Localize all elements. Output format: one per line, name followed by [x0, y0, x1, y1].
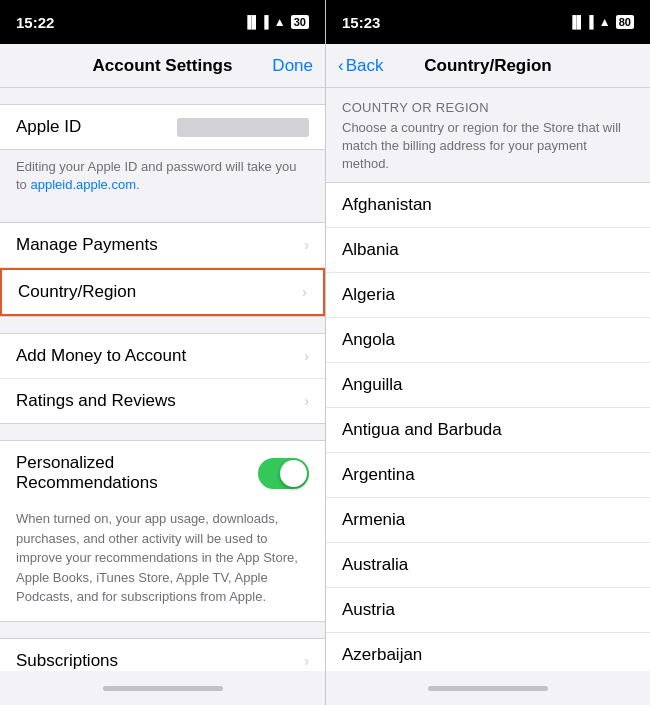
manage-payments-row[interactable]: Manage Payments › [0, 223, 325, 268]
country-item[interactable]: Albania [326, 228, 650, 273]
subscriptions-label: Subscriptions [16, 651, 118, 671]
apple-id-label: Apple ID [16, 117, 81, 137]
left-nav-bar: Account Settings Done [0, 44, 325, 88]
country-region-chevron: › [302, 284, 307, 300]
left-home-indicator [0, 671, 325, 705]
right-signal-icon: ▐▌▐ [568, 15, 594, 29]
apple-id-row[interactable]: Apple ID user@example.com [0, 105, 325, 149]
back-button[interactable]: ‹ Back [338, 56, 383, 76]
left-panel: 15:22 ▐▌▐ ▲ 30 Account Settings Done App… [0, 0, 325, 705]
add-money-row[interactable]: Add Money to Account › [0, 334, 325, 379]
country-region-label: Country/Region [18, 282, 136, 302]
country-header-desc: Choose a country or region for the Store… [342, 119, 634, 174]
country-item[interactable]: Anguilla [326, 363, 650, 408]
back-arrow-icon: ‹ [338, 56, 344, 76]
personalized-section: Personalized Recommendations When turned… [0, 440, 325, 622]
done-button[interactable]: Done [272, 56, 313, 76]
apple-id-value: user@example.com [177, 118, 309, 137]
ratings-reviews-label: Ratings and Reviews [16, 391, 176, 411]
country-item[interactable]: Antigua and Barbuda [326, 408, 650, 453]
left-status-bar: 15:22 ▐▌▐ ▲ 30 [0, 0, 325, 44]
right-battery-icon: 80 [616, 15, 634, 29]
toggle-knob [280, 460, 307, 487]
left-status-icons: ▐▌▐ ▲ 30 [243, 15, 309, 29]
country-item[interactable]: Afghanistan [326, 183, 650, 228]
wifi-icon: ▲ [274, 15, 286, 29]
country-item[interactable]: Austria [326, 588, 650, 633]
personalized-row: Personalized Recommendations [0, 441, 325, 505]
country-item[interactable]: Algeria [326, 273, 650, 318]
home-bar [103, 686, 223, 691]
chevron-icon-3: › [304, 348, 309, 364]
apple-id-info: Editing your Apple ID and password will … [0, 150, 325, 206]
country-region-row[interactable]: Country/Region › [0, 268, 325, 316]
left-nav-title: Account Settings [93, 56, 233, 76]
chevron-icon-4: › [304, 393, 309, 409]
right-time: 15:23 [342, 14, 380, 31]
country-item[interactable]: Azerbaijan [326, 633, 650, 671]
country-item[interactable]: Australia [326, 543, 650, 588]
right-wifi-icon: ▲ [599, 15, 611, 29]
add-money-chevron: › [304, 348, 309, 364]
personalized-label: Personalized Recommendations [16, 453, 258, 493]
chevron-icon: › [304, 237, 309, 253]
money-ratings-section: Add Money to Account › Ratings and Revie… [0, 333, 325, 424]
country-item[interactable]: Argentina [326, 453, 650, 498]
personalized-toggle[interactable] [258, 458, 309, 489]
chevron-icon-2: › [302, 284, 307, 300]
country-list: AfghanistanAlbaniaAlgeriaAngolaAnguillaA… [326, 182, 650, 671]
right-home-bar [428, 686, 548, 691]
chevron-icon-5: › [304, 653, 309, 669]
subscriptions-chevron: › [304, 653, 309, 669]
left-scroll-content: Apple ID user@example.com Editing your A… [0, 88, 325, 671]
payments-section: Manage Payments › Country/Region › [0, 222, 325, 317]
country-header-label: COUNTRY OR REGION [342, 100, 634, 115]
right-nav-title: Country/Region [424, 56, 552, 76]
country-item[interactable]: Armenia [326, 498, 650, 543]
personalized-desc: When turned on, your app usage, download… [0, 505, 325, 621]
right-status-bar: 15:23 ▐▌▐ ▲ 80 [326, 0, 650, 44]
subscriptions-section: Subscriptions › [0, 638, 325, 671]
signal-icon: ▐▌▐ [243, 15, 269, 29]
ratings-reviews-chevron: › [304, 393, 309, 409]
battery-icon: 30 [291, 15, 309, 29]
back-label: Back [346, 56, 384, 76]
add-money-label: Add Money to Account [16, 346, 186, 366]
apple-id-section: Apple ID user@example.com [0, 104, 325, 150]
manage-payments-label: Manage Payments [16, 235, 158, 255]
country-header: COUNTRY OR REGION Choose a country or re… [326, 88, 650, 182]
appleid-link[interactable]: appleid.apple.com [30, 177, 136, 192]
subscriptions-row[interactable]: Subscriptions › [0, 639, 325, 671]
ratings-reviews-row[interactable]: Ratings and Reviews › [0, 379, 325, 423]
right-panel: 15:23 ▐▌▐ ▲ 80 ‹ Back Country/Region COU… [325, 0, 650, 705]
country-item[interactable]: Angola [326, 318, 650, 363]
right-nav-bar: ‹ Back Country/Region [326, 44, 650, 88]
right-home-indicator [326, 671, 650, 705]
left-time: 15:22 [16, 14, 54, 31]
manage-payments-chevron: › [304, 237, 309, 253]
right-status-icons: ▐▌▐ ▲ 80 [568, 15, 634, 29]
